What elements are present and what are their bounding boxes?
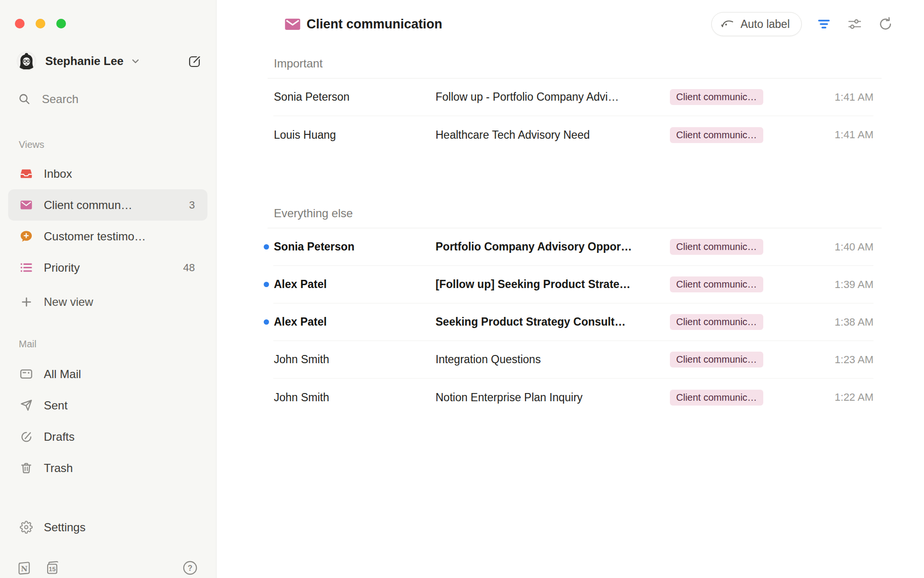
- email-time: 1:41 AM: [790, 91, 873, 104]
- sidebar-item-inbox[interactable]: Inbox: [8, 158, 207, 189]
- window-minimize-button[interactable]: [36, 19, 45, 28]
- email-section-everything-else: Everything else Sonia Peterson Portfolio…: [268, 205, 882, 416]
- sidebar-item-label: Priority: [44, 261, 178, 275]
- email-sender: John Smith: [273, 353, 436, 366]
- sidebar-item-priority[interactable]: Priority 48: [8, 252, 207, 283]
- sidebar-item-new-view[interactable]: New view: [8, 286, 207, 317]
- sidebar-item-label: Client commun…: [44, 198, 183, 212]
- sidebar-item-trash[interactable]: Trash: [8, 452, 207, 484]
- sidebar-footer: N 15 ?: [16, 559, 198, 577]
- view-header: Client communication Auto label: [217, 0, 924, 48]
- sidebar-item-label: Trash: [44, 461, 195, 475]
- sidebar-item-label: Drafts: [44, 430, 195, 444]
- email-section-important: Important Sonia Peterson Follow up - Por…: [268, 55, 882, 154]
- auto-label-text: Auto label: [741, 18, 790, 31]
- unread-dot: [264, 282, 269, 287]
- refresh-button[interactable]: [877, 15, 894, 33]
- window-close-button[interactable]: [15, 19, 25, 28]
- views-items: Inbox Client commun… 3: [0, 158, 216, 317]
- unread-count-badge: 3: [189, 199, 195, 211]
- email-subject: Integration Questions: [436, 353, 670, 366]
- svg-text:15: 15: [49, 565, 55, 573]
- account-switcher[interactable]: Stephanie Lee: [17, 51, 204, 72]
- email-label-badge: Client communic…: [670, 276, 763, 292]
- email-time: 1:41 AM: [790, 129, 873, 141]
- mail-label-icon: [20, 198, 33, 211]
- unread-dot: [264, 319, 269, 325]
- email-row[interactable]: John Smith Integration Questions Client …: [273, 341, 873, 379]
- draft-pencil-icon: [20, 430, 33, 443]
- svg-text:?: ?: [188, 564, 192, 572]
- section-title: Everything else: [268, 205, 882, 222]
- gear-icon: [20, 521, 33, 534]
- email-sender: Sonia Peterson: [273, 91, 436, 104]
- email-row[interactable]: Louis Huang Healthcare Tech Advisory Nee…: [273, 116, 873, 154]
- header-controls: Auto label: [711, 12, 894, 36]
- email-subject: Notion Enterprise Plan Inquiry: [436, 391, 670, 404]
- mail-section-label: Mail: [0, 338, 216, 350]
- email-time: 1:22 AM: [790, 391, 873, 404]
- compose-button[interactable]: [187, 53, 204, 69]
- main-panel: Client communication Auto label: [217, 0, 924, 578]
- email-label-badge: Client communic…: [670, 89, 763, 105]
- sidebar-item-label: All Mail: [44, 368, 195, 381]
- email-sender: Sonia Peterson: [273, 240, 436, 253]
- inbox-icon: [20, 167, 33, 180]
- email-label-badge: Client communic…: [670, 314, 763, 330]
- email-subject: Portfolio Company Advisory Oppor…: [436, 240, 670, 253]
- sidebar-nav: Views Inbox Client commu: [0, 139, 216, 543]
- sidebar-item-client-communication[interactable]: Client commun… 3: [8, 189, 207, 221]
- email-subject: Healthcare Tech Advisory Need: [436, 129, 670, 142]
- help-icon[interactable]: ?: [182, 560, 198, 576]
- sidebar-item-all-mail[interactable]: All Mail: [8, 358, 207, 390]
- sidebar-item-drafts[interactable]: Drafts: [8, 421, 207, 452]
- notion-logo-icon[interactable]: N: [16, 560, 32, 576]
- email-row[interactable]: Alex Patel Seeking Product Strategy Cons…: [273, 303, 873, 341]
- sidebar-item-label: Inbox: [44, 167, 195, 181]
- email-label-badge: Client communic…: [670, 390, 763, 406]
- auto-label-button[interactable]: Auto label: [711, 12, 802, 36]
- svg-text:N: N: [21, 565, 28, 573]
- search-input[interactable]: Search: [18, 90, 78, 109]
- email-row[interactable]: Sonia Peterson Follow up - Portfolio Com…: [273, 79, 873, 116]
- email-row[interactable]: John Smith Notion Enterprise Plan Inquir…: [273, 379, 873, 416]
- all-mail-icon: [20, 368, 33, 381]
- count-badge: 48: [183, 262, 195, 274]
- views-section-label: Views: [0, 139, 216, 150]
- chat-plus-icon: [20, 230, 33, 243]
- search-icon: [18, 93, 31, 105]
- email-list: Important Sonia Peterson Follow up - Por…: [268, 55, 882, 416]
- sidebar: Stephanie Lee Search Views: [0, 0, 217, 578]
- filter-button[interactable]: [815, 15, 833, 33]
- sidebar-item-customer-testimonials[interactable]: Customer testimo…: [8, 221, 207, 252]
- email-subject: [Follow up] Seeking Product Strate…: [436, 278, 670, 291]
- email-sender: Louis Huang: [273, 129, 436, 142]
- paper-plane-icon: [20, 399, 33, 412]
- email-time: 1:23 AM: [790, 354, 873, 366]
- email-subject: Follow up - Portfolio Company Advi…: [436, 91, 670, 104]
- unread-dot: [264, 244, 269, 250]
- calendar-icon[interactable]: 15: [44, 560, 60, 576]
- email-time: 1:38 AM: [790, 316, 873, 328]
- mail-items: All Mail Sent Drafts: [0, 358, 216, 484]
- sidebar-item-sent[interactable]: Sent: [8, 390, 207, 421]
- sidebar-item-settings[interactable]: Settings: [8, 512, 207, 543]
- email-row[interactable]: Alex Patel [Follow up] Seeking Product S…: [273, 266, 873, 303]
- priority-list-icon: [20, 261, 33, 274]
- section-title: Important: [268, 55, 882, 72]
- email-row[interactable]: Sonia Peterson Portfolio Company Advisor…: [273, 228, 873, 266]
- chevron-down-icon: [131, 58, 140, 64]
- display-settings-button[interactable]: [846, 15, 863, 33]
- avatar: [17, 52, 36, 70]
- trash-icon: [20, 461, 33, 474]
- email-sender: Alex Patel: [273, 278, 436, 291]
- sidebar-item-label: New view: [44, 295, 195, 309]
- email-label-badge: Client communic…: [670, 127, 763, 143]
- page-title: Client communication: [307, 17, 442, 32]
- window-zoom-button[interactable]: [56, 19, 66, 28]
- plus-icon: [20, 295, 33, 308]
- sidebar-item-label: Settings: [44, 521, 195, 534]
- window-controls: [15, 19, 66, 28]
- sidebar-item-label: Sent: [44, 399, 195, 412]
- sidebar-item-label: Customer testimo…: [44, 230, 195, 243]
